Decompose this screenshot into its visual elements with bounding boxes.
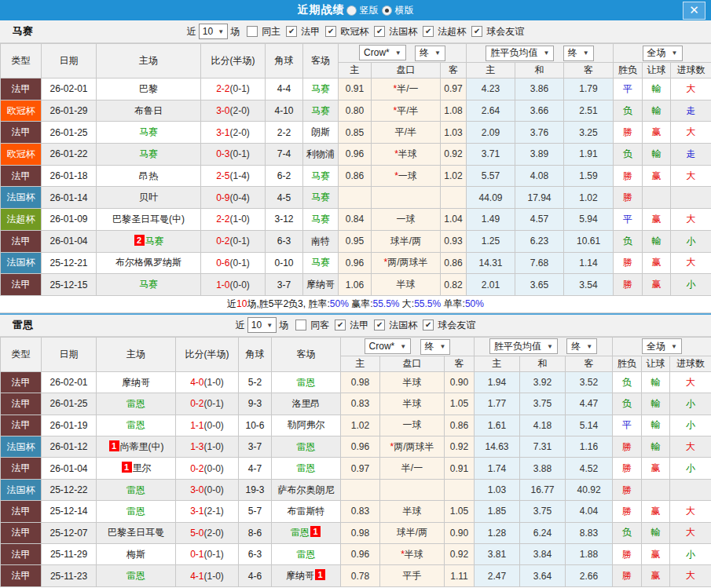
league-checkbox[interactable]: ✔: [423, 26, 434, 37]
close-icon[interactable]: ✕: [683, 2, 706, 20]
handicap-result-cell: 赢: [643, 252, 671, 274]
score-cell: 2-2(1-0): [201, 209, 266, 231]
away-team-cell: 马赛: [303, 252, 339, 274]
score-cell: 3-0(0-0): [176, 479, 239, 500]
avg-home-cell: 1.61: [475, 415, 520, 436]
corner-cell: 7-4: [266, 144, 303, 166]
handicap-cell: 半球: [380, 371, 445, 393]
date-cell: 26-01-22: [42, 144, 97, 166]
avg-draw-cell: 3.75: [520, 393, 566, 415]
home-team-cell: 马赛: [97, 144, 201, 166]
avg-draw-cell: 3.89: [515, 144, 564, 166]
odds-final-select[interactable]: 终▼: [420, 339, 451, 355]
league-type-cell: 法甲: [1, 522, 42, 543]
away-team-cell: 雷恩: [272, 371, 341, 393]
check-icon: ✔: [288, 27, 295, 35]
scope-select[interactable]: 全场▼: [643, 46, 683, 61]
home-team-name: 雷恩: [126, 484, 145, 495]
league-checkbox[interactable]: ✔: [325, 26, 336, 37]
home-team-cell: 2马赛: [97, 230, 201, 252]
result-cell: 勝: [614, 274, 643, 296]
away-team-cell: 马赛: [303, 100, 339, 122]
handicap-cell: 半球: [372, 274, 441, 296]
away-team-cell: 勒阿弗尔: [272, 415, 341, 436]
full-score: 3-0: [190, 484, 203, 495]
full-score: 0-6: [216, 257, 229, 268]
league-type-cell: 法国杯: [1, 436, 42, 458]
score-cell: 0-3(0-1): [201, 144, 266, 166]
avg-final-select[interactable]: 终▼: [563, 46, 594, 61]
scope-select[interactable]: 全场▼: [642, 338, 682, 354]
home-team-cell: 布尔格佩罗纳斯: [97, 252, 201, 274]
team2-match-count-select[interactable]: 10 ▼: [247, 317, 277, 333]
odds-source-select[interactable]: Crow*▼: [365, 338, 412, 354]
home-team-cell: 摩纳哥: [97, 371, 176, 393]
result-cell: 勝: [613, 436, 642, 458]
handicap-cell: *一球: [372, 165, 441, 187]
avg-away-cell: 1.02: [564, 187, 614, 209]
horizontal-layout-radio[interactable]: [382, 5, 392, 16]
half-score: (0-1): [230, 83, 250, 94]
avg-home-cell: 44.09: [467, 187, 515, 209]
dropdown-arrow-icon: ▼: [434, 49, 441, 57]
col-score: 比分(半场): [201, 44, 266, 79]
league-checkbox[interactable]: ✔: [423, 320, 434, 331]
corner-cell: 4-10: [266, 100, 303, 122]
avg-away-cell: 5.94: [564, 209, 614, 231]
scope-group-header: 全场▼: [613, 337, 711, 356]
league-checkbox[interactable]: ✔: [374, 320, 385, 331]
summary-part: 55.5%: [414, 298, 441, 309]
away-team-name: 马赛: [311, 192, 330, 203]
team2-same-venue-checkbox[interactable]: ✔: [295, 320, 306, 331]
team2-name: 雷恩: [13, 318, 33, 332]
home-odds-cell: 0.80: [339, 100, 372, 122]
page-title: 近期战绩: [298, 3, 345, 17]
away-team-cell: 雷恩: [272, 458, 341, 479]
table-row: 法甲26-01-25雷恩0-2(0-1)9-3洛里昂0.83半球1.051.77…: [1, 393, 711, 415]
full-score: 2-2: [216, 214, 229, 225]
avg-final-select[interactable]: 终▼: [566, 338, 597, 354]
league-checkbox[interactable]: ✔: [374, 26, 385, 37]
home-team-name: 马赛: [139, 148, 158, 159]
dropdown-arrow-icon: ▼: [671, 343, 677, 350]
team1-same-venue-checkbox[interactable]: ✔: [247, 26, 258, 37]
date-cell: 25-12-21: [42, 252, 97, 274]
full-score: 0-3: [216, 148, 229, 159]
avg-select[interactable]: 胜平负均值▼: [486, 46, 554, 61]
league-type-cell: 法国杯: [1, 187, 42, 209]
result-cell: 平: [614, 79, 643, 100]
league-type-cell: 法甲: [1, 230, 42, 252]
col-odds-home: 主: [341, 356, 380, 371]
table-row: 欧冠杯26-01-29布鲁日3-0(2-0)4-10马赛0.80*平/半1.08…: [1, 100, 711, 122]
league-checkbox[interactable]: ✔: [335, 320, 346, 331]
odds-source-select[interactable]: Crow*▼: [359, 45, 406, 60]
away-team-cell: 摩纳哥: [303, 274, 339, 296]
handicap-result-cell: 輸: [642, 415, 670, 436]
league-checkbox[interactable]: ✔: [471, 26, 482, 37]
avg-select[interactable]: 胜平负均值▼: [489, 338, 558, 354]
team1-league-filters: ✔法甲✔欧冠杯✔法国杯✔法超杯✔球会友谊: [283, 25, 524, 38]
away-team-name: 马赛: [311, 257, 330, 268]
home-odds-cell: 0.98: [341, 522, 380, 543]
corner-cell: 19-3: [239, 479, 272, 500]
near-label: 近: [187, 25, 196, 38]
goals-result-cell: 走: [671, 144, 711, 166]
col-corner: 角球: [239, 337, 272, 371]
half-score: (0-1): [230, 257, 250, 268]
home-team-cell: 昂热: [97, 165, 201, 187]
home-odds-cell: 0.86: [339, 165, 372, 187]
corner-cell: 5-7: [239, 501, 272, 522]
home-team-cell: 马赛: [97, 274, 201, 296]
odds-group-header: Crow*▼ 终▼: [339, 44, 467, 63]
odds-final-select[interactable]: 终▼: [415, 46, 445, 61]
team1-match-count-select[interactable]: 10 ▼: [199, 24, 228, 39]
handicap-result-cell: 輸: [643, 144, 671, 166]
avg-home-cell: 1.28: [475, 522, 520, 543]
league-checkbox[interactable]: ✔: [286, 26, 297, 37]
date-cell: 26-02-01: [42, 371, 97, 393]
away-odds-cell: 1.03: [441, 122, 467, 144]
vertical-layout-radio[interactable]: [346, 5, 357, 16]
avg-home-cell: 1.74: [475, 458, 520, 479]
league-label: 法超杯: [438, 25, 466, 38]
league-type-cell: 法甲: [1, 565, 42, 586]
